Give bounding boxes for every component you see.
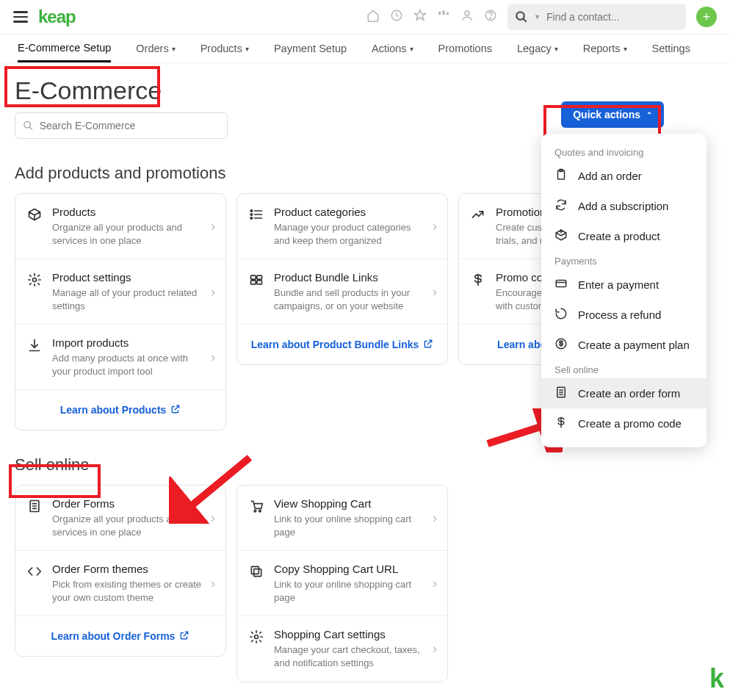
- chevron-down-icon: ▾: [245, 45, 249, 53]
- card-subtitle: Organize all your products and services …: [52, 221, 202, 247]
- card-product-categories[interactable]: Product categories Manage your product c…: [237, 194, 447, 259]
- svg-rect-17: [257, 275, 262, 279]
- card-icon: [554, 277, 568, 292]
- qa-item-add-a-subscription[interactable]: Add a subscription: [541, 191, 706, 221]
- svg-point-24: [254, 510, 256, 513]
- card-product-bundle-links[interactable]: Product Bundle Links Bundle and sell pro…: [237, 259, 447, 324]
- qa-section-label: Payments: [541, 251, 706, 270]
- user-icon[interactable]: [460, 9, 474, 25]
- qa-item-create-a-product[interactable]: Create a product: [541, 221, 706, 251]
- chevron-down-icon: ▾: [172, 45, 176, 53]
- qa-item-enter-a-payment[interactable]: Enter a payment: [541, 270, 706, 300]
- qa-item-label: Enter a payment: [578, 278, 659, 291]
- card-title: Import products: [52, 336, 202, 349]
- chevron-right-icon: ›: [433, 576, 437, 591]
- chevron-down-icon: ▾: [554, 45, 558, 53]
- learn-link[interactable]: Learn about Product Bundle Links: [251, 339, 434, 351]
- learn-link[interactable]: Learn about Order Forms: [51, 630, 190, 643]
- card-subtitle: Bundle and sell products in your campaig…: [274, 286, 424, 312]
- card-title: Order Forms: [52, 497, 202, 510]
- card-product-settings[interactable]: Product settings Manage all of your prod…: [15, 259, 225, 324]
- learn-link[interactable]: Learn about Products: [60, 404, 181, 416]
- grid-icon[interactable]: [437, 9, 450, 25]
- card-subtitle: Link to your online shopping cart page: [274, 578, 424, 604]
- ext-icon: [179, 630, 189, 643]
- chevron-right-icon: ›: [211, 219, 215, 234]
- card-order-forms[interactable]: Order Forms Organize all your products a…: [15, 486, 225, 550]
- nav-tab-7[interactable]: Reports▾: [583, 35, 627, 62]
- svg-point-6: [490, 18, 491, 18]
- nav-tab-1[interactable]: Orders▾: [136, 35, 175, 62]
- card-title: Products: [52, 206, 202, 218]
- svg-point-10: [250, 210, 253, 212]
- card-subtitle: Manage your product categories and keep …: [274, 221, 424, 247]
- svg-point-8: [24, 122, 31, 129]
- logo: keap: [38, 7, 76, 27]
- home-icon[interactable]: [366, 9, 380, 25]
- qa-item-process-a-refund[interactable]: Process a refund: [541, 300, 706, 330]
- nav-tab-2[interactable]: Products▾: [200, 35, 249, 62]
- star-icon[interactable]: [413, 9, 427, 25]
- page-search-input[interactable]: [40, 120, 220, 131]
- card-import-products[interactable]: Import products Add many products at onc…: [15, 324, 225, 389]
- contact-search[interactable]: ▼: [507, 4, 686, 30]
- ext-icon: [170, 404, 181, 416]
- card-subtitle: Link to your online shopping cart page: [274, 513, 424, 538]
- card-view-shopping-cart[interactable]: View Shopping Cart Link to your online s…: [237, 486, 447, 550]
- contact-search-input[interactable]: [546, 11, 679, 23]
- chevron-down-icon: ▾: [410, 45, 413, 53]
- nav-tab-6[interactable]: Legacy▾: [517, 35, 558, 62]
- help-icon[interactable]: [484, 9, 497, 25]
- nav-tab-3[interactable]: Payment Setup: [274, 35, 347, 62]
- card-products[interactable]: Products Organize all your products and …: [15, 194, 225, 259]
- clock-icon[interactable]: [390, 9, 403, 25]
- list-icon: [247, 207, 265, 222]
- cart-icon: [247, 499, 265, 513]
- card-title: Product categories: [274, 206, 424, 218]
- bundle-icon: [247, 273, 265, 287]
- card-order-form-themes[interactable]: Order Form themes Pick from existing the…: [15, 550, 225, 616]
- qa-item-create-an-order-form[interactable]: Create an order form: [541, 378, 706, 408]
- nav-tab-8[interactable]: Settings: [652, 35, 690, 62]
- svg-rect-3: [447, 12, 449, 15]
- quick-actions-menu: Quotes and invoicingAdd an orderAdd a su…: [541, 134, 706, 447]
- qa-item-label: Create a payment plan: [578, 339, 690, 351]
- nav-tabs: E-Commerce SetupOrders▾Products▾Payment …: [0, 34, 730, 63]
- card-shopping-cart-settings[interactable]: Shopping Cart settings Manage your cart …: [237, 616, 447, 681]
- svg-rect-18: [251, 281, 256, 284]
- clipboard-icon: [554, 168, 568, 184]
- qa-item-label: Create a promo code: [578, 417, 682, 430]
- qa-item-create-a-promo-code[interactable]: Create a promo code: [541, 408, 706, 439]
- chevron-right-icon: ›: [433, 510, 437, 526]
- qa-section-label: Quotes and invoicing: [541, 142, 706, 161]
- section-heading: Sell online: [15, 455, 715, 475]
- chevron-right-icon: ›: [211, 284, 215, 300]
- form-icon: [554, 386, 568, 401]
- nav-tab-0[interactable]: E-Commerce Setup: [18, 35, 111, 62]
- chevron-right-icon: ›: [211, 350, 215, 365]
- nav-tab-5[interactable]: Promotions: [438, 35, 492, 62]
- ext-icon: [423, 339, 433, 351]
- svg-point-25: [259, 510, 261, 513]
- page-search[interactable]: [15, 112, 228, 139]
- qa-item-label: Add an order: [578, 170, 642, 182]
- chevron-right-icon: ›: [211, 510, 215, 526]
- svg-point-9: [33, 278, 37, 282]
- svg-rect-27: [251, 567, 259, 574]
- box-icon: [26, 207, 43, 222]
- nav-tab-4[interactable]: Actions▾: [372, 35, 413, 62]
- download-icon: [26, 338, 43, 353]
- quick-actions-button[interactable]: Quick actions ⌃: [561, 101, 664, 128]
- card-title: Product settings: [52, 271, 202, 284]
- dollar-circle-icon: [554, 337, 568, 353]
- dollar-icon: [469, 273, 487, 287]
- chevron-right-icon: ›: [433, 641, 437, 657]
- card-copy-shopping-cart-url[interactable]: Copy Shopping Cart URL Link to your onli…: [237, 550, 447, 616]
- trend-icon: [469, 207, 487, 222]
- menu-button[interactable]: [13, 11, 28, 23]
- qa-item-create-a-payment-plan[interactable]: Create a payment plan: [541, 330, 706, 360]
- add-button[interactable]: +: [696, 7, 717, 27]
- qa-item-add-an-order[interactable]: Add an order: [541, 161, 706, 191]
- copy-icon: [247, 564, 265, 579]
- card-subtitle: Add many products at once with your prod…: [52, 352, 202, 378]
